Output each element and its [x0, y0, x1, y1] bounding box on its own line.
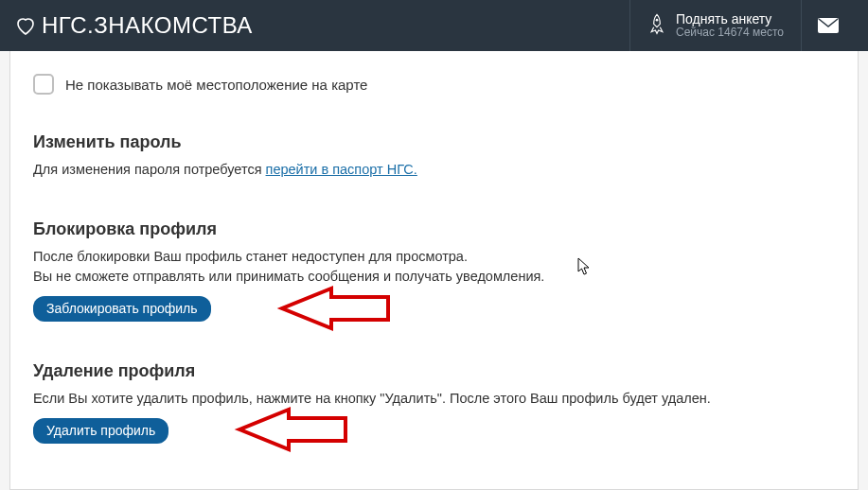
change-password-section: Изменить пароль Для изменения пароля пот… — [33, 132, 835, 180]
heart-icon — [13, 14, 38, 37]
hide-location-row: Не показывать моё местоположение на карт… — [33, 74, 835, 95]
svg-rect-2 — [229, 288, 392, 330]
delete-profile-button[interactable]: Удалить профиль — [33, 418, 168, 444]
delete-profile-title: Удаление профиля — [33, 361, 835, 381]
messages-button[interactable] — [802, 0, 855, 51]
change-password-desc: Для изменения пароля потребуется перейти… — [33, 160, 835, 180]
annotation-arrow-icon — [227, 286, 393, 331]
hide-location-label: Не показывать моё местоположение на карт… — [65, 77, 367, 93]
site-logo[interactable]: НГС.ЗНАКОМСТВА — [13, 12, 629, 39]
block-profile-desc1: После блокировки Ваш профиль станет недо… — [33, 247, 835, 267]
annotation-arrow-icon — [185, 407, 350, 452]
rocket-icon — [647, 12, 666, 39]
site-header: НГС.ЗНАКОМСТВА Поднять анкету Сейчас 146… — [0, 0, 868, 51]
boost-text: Поднять анкету Сейчас 14674 место — [676, 11, 784, 40]
logo-text: НГС.ЗНАКОМСТВА — [42, 12, 253, 39]
boost-title: Поднять анкету — [676, 11, 784, 26]
change-password-title: Изменить пароль — [33, 132, 835, 152]
change-password-desc-text: Для изменения пароля потребуется — [33, 162, 266, 177]
block-profile-button[interactable]: Заблокировать профиль — [33, 296, 211, 322]
hide-location-checkbox[interactable] — [33, 74, 54, 95]
settings-content: Не показывать моё местоположение на карт… — [9, 51, 859, 490]
envelope-icon — [817, 17, 840, 34]
delete-profile-section: Удаление профиля Если Вы хотите удалить … — [33, 361, 835, 444]
delete-profile-desc: Если Вы хотите удалить профиль, нажмите … — [33, 389, 835, 409]
svg-point-0 — [656, 19, 659, 22]
block-profile-section: Блокировка профиля После блокировки Ваш … — [33, 219, 835, 322]
boost-subtitle: Сейчас 14674 место — [676, 26, 784, 40]
block-profile-desc2: Вы не сможете отправлять или принимать с… — [33, 267, 835, 287]
block-profile-title: Блокировка профиля — [33, 219, 835, 239]
passport-link[interactable]: перейти в паспорт НГС. — [266, 162, 417, 177]
boost-profile-button[interactable]: Поднять анкету Сейчас 14674 место — [629, 0, 802, 51]
